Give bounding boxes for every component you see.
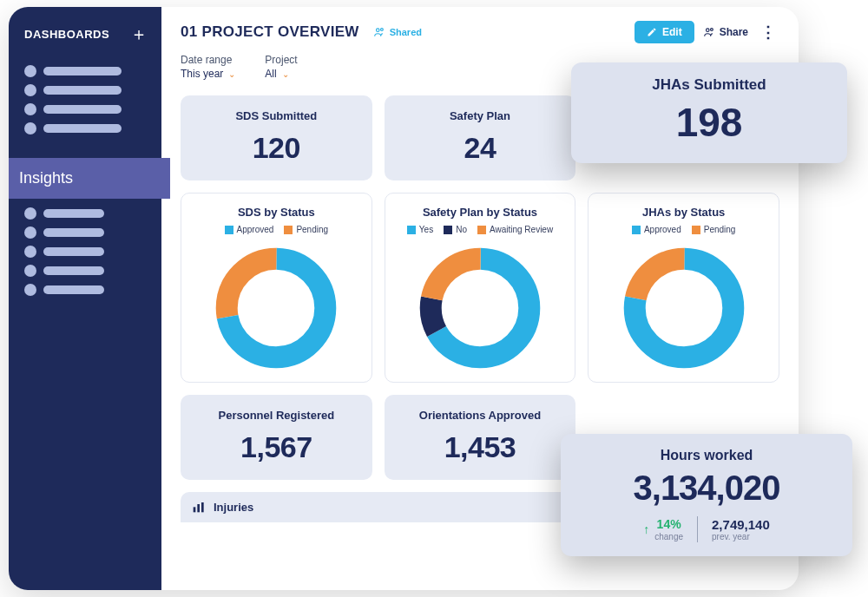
nav-item[interactable] — [21, 242, 149, 261]
injuries-title: Injuries — [214, 501, 253, 514]
nav-item[interactable] — [21, 204, 149, 223]
page-header: 01 PROJECT OVERVIEW Shared Edit Share ⋮ — [181, 21, 779, 43]
chart-legend: Yes No Awaiting Review — [392, 225, 569, 234]
edit-label: Edit — [662, 26, 682, 38]
nav-item[interactable] — [21, 81, 149, 100]
donut-chart — [211, 243, 341, 373]
jhas-submitted-card: JHAs Submitted 198 — [571, 62, 847, 163]
change-label: change — [654, 532, 683, 541]
card-value: 120 — [189, 131, 364, 165]
svg-rect-11 — [194, 507, 196, 512]
nav-item[interactable] — [21, 261, 149, 280]
safety-plan-by-status-chart: Safety Plan by Status Yes No Awaiting Re… — [385, 193, 576, 383]
orientations-approved-card: Orientations Approved 1,453 — [385, 395, 576, 480]
card-title: Safety Plan — [393, 109, 568, 122]
shared-label: Shared — [390, 27, 422, 37]
nav-group-bottom — [9, 199, 161, 305]
nav-item[interactable] — [21, 223, 149, 242]
svg-rect-12 — [197, 504, 200, 512]
sds-by-status-chart: SDS by Status Approved Pending — [181, 193, 372, 383]
pencil-icon — [647, 27, 657, 37]
sidebar-header: DASHBOARDS ＋ — [9, 23, 161, 56]
chart-title: Safety Plan by Status — [392, 206, 569, 219]
percent-change: ↑ 14% change — [643, 517, 683, 541]
donut-chart — [619, 243, 749, 373]
nav-item[interactable] — [21, 100, 149, 119]
more-menu-button[interactable]: ⋮ — [757, 23, 779, 42]
chevron-down-icon: ⌄ — [228, 69, 235, 79]
svg-rect-13 — [201, 502, 204, 512]
card-value: 24 — [393, 131, 568, 165]
prev-label: prev. year — [712, 532, 770, 541]
previous-year: 2,749,140 prev. year — [712, 517, 770, 541]
people-icon — [373, 26, 385, 38]
nav-item[interactable] — [21, 119, 149, 138]
project-filter[interactable]: Project All⌄ — [265, 54, 297, 80]
card-title: Personnel Registered — [189, 409, 364, 422]
arrow-up-icon: ↑ — [643, 522, 649, 536]
card-value: 1,453 — [393, 430, 568, 464]
card-value: 198 — [583, 99, 835, 146]
header-actions: Edit Share ⋮ — [635, 21, 779, 43]
chart-row: SDS by Status Approved Pending Safety Pl… — [181, 193, 779, 383]
people-icon — [703, 26, 715, 38]
personnel-registered-card: Personnel Registered 1,567 — [181, 395, 372, 480]
filter-value: This year⌄ — [181, 68, 235, 80]
svg-point-1 — [380, 29, 383, 31]
card-title: JHAs Submitted — [583, 76, 835, 94]
jhas-by-status-chart: JHAs by Status Approved Pending — [588, 193, 779, 383]
sidebar-heading: DASHBOARDS — [24, 28, 109, 41]
card-value: 1,567 — [189, 430, 364, 464]
bar-chart-icon — [193, 502, 207, 513]
insights-tab[interactable]: Insights — [9, 158, 170, 199]
divider — [697, 516, 698, 542]
nav-item[interactable] — [21, 62, 149, 81]
sds-submitted-card: SDS Submitted 120 — [181, 95, 372, 180]
hours-subrow: ↑ 14% change 2,749,140 prev. year — [576, 516, 837, 542]
svg-point-2 — [706, 29, 709, 32]
chart-title: JHAs by Status — [595, 206, 772, 219]
hours-worked-card: Hours worked 3,134,020 ↑ 14% change 2,74… — [561, 434, 852, 556]
card-value: 3,134,020 — [576, 469, 837, 508]
filter-label: Project — [265, 54, 297, 66]
chart-title: SDS by Status — [188, 206, 365, 219]
donut-chart — [415, 243, 545, 373]
sidebar: DASHBOARDS ＋ Insights — [9, 7, 161, 590]
prev-value: 2,749,140 — [712, 517, 770, 532]
share-button[interactable]: Share — [703, 26, 748, 38]
shared-indicator: Shared — [373, 26, 422, 38]
chart-legend: Approved Pending — [188, 225, 365, 234]
svg-point-3 — [710, 29, 713, 31]
card-title: Orientations Approved — [393, 409, 568, 422]
nav-group-top — [9, 56, 161, 143]
filter-value: All⌄ — [265, 68, 297, 80]
insights-label: Insights — [19, 169, 73, 187]
share-label: Share — [720, 26, 748, 38]
card-title: Hours worked — [576, 448, 837, 463]
page-title: 01 PROJECT OVERVIEW — [181, 23, 359, 41]
title-row: 01 PROJECT OVERVIEW Shared — [181, 23, 422, 41]
chart-legend: Approved Pending — [595, 225, 772, 234]
nav-item[interactable] — [21, 280, 149, 299]
svg-point-0 — [376, 29, 379, 32]
chevron-down-icon: ⌄ — [282, 69, 289, 79]
change-value: 14% — [657, 517, 681, 531]
edit-button[interactable]: Edit — [635, 21, 694, 43]
injuries-card: Injuries — [181, 492, 576, 522]
add-dashboard-button[interactable]: ＋ — [130, 23, 148, 46]
card-title: SDS Submitted — [189, 109, 364, 122]
date-range-filter[interactable]: Date range This year⌄ — [181, 54, 235, 80]
filter-label: Date range — [181, 54, 235, 66]
safety-plan-card: Safety Plan 24 — [385, 95, 576, 180]
